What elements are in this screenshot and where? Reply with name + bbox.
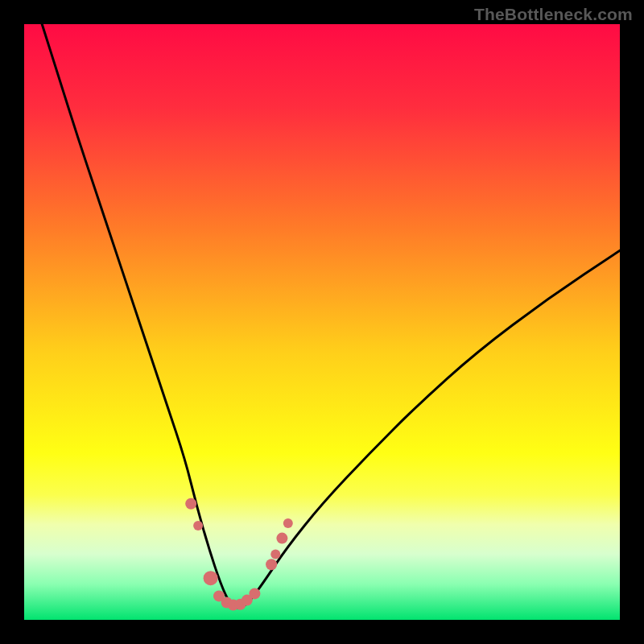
highlight-dot xyxy=(204,571,218,585)
chart-svg xyxy=(24,24,620,620)
highlight-dot xyxy=(283,518,293,528)
highlight-dot xyxy=(270,550,280,559)
watermark-text: TheBottleneck.com xyxy=(474,5,633,24)
highlight-dot xyxy=(193,521,203,530)
gradient-background xyxy=(24,24,620,620)
highlight-dot xyxy=(276,533,287,544)
highlight-dot xyxy=(266,559,277,570)
plot-area xyxy=(24,24,620,620)
highlight-dot xyxy=(185,498,196,510)
chart-frame: TheBottleneck.com xyxy=(0,0,644,644)
highlight-dot xyxy=(249,588,260,599)
